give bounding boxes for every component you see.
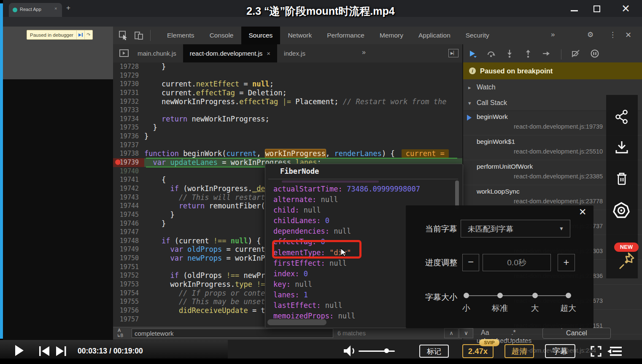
fiber-prop-child[interactable]: child: null	[273, 205, 420, 216]
kebab-menu-icon[interactable]: ⋮	[609, 30, 616, 39]
subtitle-button[interactable]: 字幕	[545, 344, 575, 358]
device-toolbar-icon[interactable]	[134, 31, 143, 40]
line-number[interactable]: 19732	[113, 97, 144, 106]
deactivate-breakpoints-icon[interactable]	[572, 49, 580, 59]
play-button[interactable]	[15, 345, 24, 356]
close-file-tab-icon[interactable]: ×	[267, 44, 270, 62]
step-over-icon[interactable]	[487, 49, 495, 59]
line-number[interactable]: 19728	[113, 62, 144, 71]
size-slider-track[interactable]	[466, 295, 568, 296]
line-number[interactable]: 19751	[113, 263, 144, 272]
devtools-tab-application[interactable]: Application	[411, 27, 458, 44]
pause-on-exceptions-icon[interactable]	[590, 49, 599, 60]
line-number[interactable]: 19743	[113, 193, 144, 202]
step-into-icon[interactable]	[505, 49, 514, 59]
popup-horizontal-scrollbar[interactable]	[267, 319, 326, 325]
delete-icon[interactable]	[614, 171, 630, 189]
line-number[interactable]: 19733	[113, 106, 144, 115]
line-number[interactable]: 19741	[113, 175, 144, 184]
fiber-prop-dependencies[interactable]: dependencies: null	[273, 226, 420, 237]
search-input[interactable]	[132, 329, 333, 338]
line-number[interactable]: 19746	[113, 219, 144, 228]
line-number[interactable]: 19753	[113, 280, 144, 289]
match-case-toggle[interactable]: Aa	[481, 329, 489, 337]
line-number[interactable]: 19744	[113, 202, 144, 210]
volume-slider-knob[interactable]	[384, 348, 389, 353]
volume-icon[interactable]	[343, 345, 357, 359]
show-debugger-sidebar-icon[interactable]: ▶▏	[448, 49, 459, 57]
fiber-prop-firstEffect[interactable]: firstEffect: null	[273, 258, 420, 269]
watch-section-header[interactable]: ▸ Watch	[463, 79, 642, 96]
fiber-prop-childLanes[interactable]: childLanes: 0	[273, 216, 420, 226]
popup-scrollbar[interactable]	[455, 181, 459, 209]
line-number[interactable]: 19736	[113, 132, 144, 141]
previous-video-button[interactable]	[38, 345, 51, 359]
devtools-tab-performance[interactable]: Performance	[319, 27, 372, 44]
target-record-icon[interactable]	[612, 202, 631, 222]
mark-button[interactable]: 标记	[419, 345, 449, 358]
devtools-tab-elements[interactable]: Elements	[159, 27, 202, 44]
step-over-button[interactable]: ↷	[84, 30, 92, 39]
regex-toggle[interactable]: .*	[511, 329, 516, 337]
share-icon[interactable]	[614, 109, 630, 127]
window-minimize-button[interactable]	[571, 10, 578, 11]
fiber-prop-lastEffect[interactable]: lastEffect: null	[273, 300, 420, 311]
line-number[interactable]: 19748	[113, 237, 144, 245]
download-icon[interactable]	[614, 140, 630, 158]
close-devtools-icon[interactable]: ✕	[625, 30, 631, 40]
inspect-element-icon[interactable]	[119, 31, 128, 40]
fiber-prop-actualStartTime[interactable]: actualStartTime: 73486.09999998007	[273, 184, 420, 194]
line-number[interactable]: 19742	[113, 184, 144, 193]
line-number[interactable]: 19750	[113, 254, 144, 263]
line-number[interactable]: 19730	[113, 80, 144, 89]
size-slider-dot-icon[interactable]	[532, 293, 538, 298]
next-match-button[interactable]: ∨	[459, 328, 473, 338]
fiber-prop-index[interactable]: index: 0	[273, 269, 420, 279]
line-number[interactable]: 19729	[113, 71, 144, 80]
previous-match-button[interactable]: ∧	[444, 328, 459, 338]
find-replace-mode-icon[interactable]: A ↳B	[118, 328, 123, 338]
resume-script-icon[interactable]	[468, 49, 477, 59]
file-tab-react-dom.development.js[interactable]: react-dom.development.js×	[183, 44, 277, 62]
devtools-tab-network[interactable]: Network	[280, 27, 319, 44]
line-number[interactable]: 19757	[113, 315, 144, 324]
volume-slider[interactable]	[359, 351, 395, 352]
more-tabs-icon[interactable]: »	[551, 30, 555, 39]
playlist-icon[interactable]	[607, 346, 623, 359]
line-number[interactable]: 19752	[113, 271, 144, 280]
window-close-button[interactable]: ✕	[621, 3, 630, 15]
progress-minus-button[interactable]: −	[462, 254, 479, 271]
devtools-tab-security[interactable]: Security	[458, 27, 497, 44]
window-maximize-button[interactable]	[593, 5, 600, 12]
navigator-toggle-icon[interactable]	[119, 49, 129, 59]
line-number[interactable]: 19756	[113, 306, 144, 315]
line-number[interactable]: 19747	[113, 228, 144, 237]
line-number[interactable]: 19740	[113, 167, 144, 176]
line-number[interactable]: 19735	[113, 123, 144, 132]
line-number[interactable]: 19734	[113, 115, 144, 124]
line-number[interactable]: 19737	[113, 141, 144, 150]
progress-plus-button[interactable]: +	[558, 254, 575, 271]
pin-icon[interactable]	[618, 251, 636, 275]
step-out-icon[interactable]	[524, 49, 532, 59]
browser-tab[interactable]: React App ×	[9, 3, 62, 17]
devtools-tab-sources[interactable]: Sources	[241, 27, 281, 44]
line-number[interactable]: 19739	[113, 158, 144, 167]
settings-gear-icon[interactable]: ⚙	[587, 30, 593, 39]
fiber-prop-alternate[interactable]: alternate: null	[273, 194, 420, 205]
size-slider-dot-icon[interactable]	[464, 293, 469, 298]
cancel-search-button[interactable]: Cancel	[542, 328, 611, 339]
devtools-tab-memory[interactable]: Memory	[372, 27, 411, 44]
quality-button[interactable]: 超清	[504, 344, 534, 358]
line-number[interactable]: 19745	[113, 210, 144, 219]
subtitle-select-dropdown[interactable]: 未匹配到字幕 ▼	[461, 220, 570, 237]
next-video-button[interactable]	[55, 345, 67, 359]
file-tab-index.js[interactable]: index.js	[277, 44, 312, 62]
line-number[interactable]: 19749	[113, 245, 144, 254]
file-tab-main.chunk.js[interactable]: main.chunk.js	[131, 44, 183, 62]
line-number[interactable]: 19738	[113, 149, 144, 158]
line-number[interactable]: 19731	[113, 89, 144, 97]
fiber-prop-lanes[interactable]: lanes: 1	[273, 290, 420, 300]
devtools-tab-console[interactable]: Console	[202, 27, 241, 44]
line-number[interactable]: 19754	[113, 289, 144, 298]
